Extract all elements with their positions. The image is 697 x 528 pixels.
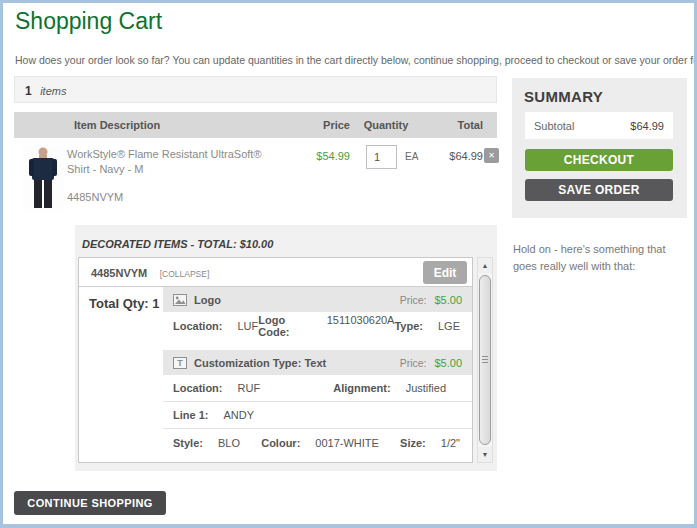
decoration-sku: 4485NVYM <box>91 267 147 279</box>
detail-pair: Location: LUF <box>173 320 258 332</box>
detail-value: LGE <box>438 320 460 332</box>
scrollbar-grip <box>482 356 488 364</box>
column-header-quantity: Quantity <box>363 112 409 138</box>
customization-detail-row: Location: RUF Alignment: Justified <box>163 375 472 402</box>
collapse-toggle[interactable]: [COLLAPSE] <box>160 269 210 279</box>
product-name-link[interactable]: WorkStyle® Flame Resistant UltraSoft® Sh… <box>67 147 279 177</box>
cart-table-header: Item Description Price Quantity Total <box>14 112 497 138</box>
decorated-items-title: DECORATED ITEMS - TOTAL: $10.00 <box>82 238 273 250</box>
logo-detail-row: Location: LUF Logo Code: 1511030620A Typ… <box>163 312 472 339</box>
page-title: Shopping Cart <box>15 8 162 35</box>
detail-value: LUF <box>238 320 259 332</box>
logo-panel-header: Logo Price: $5.00 <box>163 287 472 312</box>
detail-pair: Type: LGE <box>394 320 460 332</box>
decoration-panels: Logo Price: $5.00 Location: LUF Logo C <box>163 287 472 467</box>
summary-panel: SUMMARY Subtotal $64.99 CHECKOUT SAVE OR… <box>512 78 687 218</box>
detail-label: Type: <box>394 320 423 332</box>
logo-price-label: Price: <box>400 294 427 306</box>
items-count: 1 <box>25 84 32 98</box>
unit-of-measure: EA <box>405 151 418 162</box>
detail-label: Location: <box>173 320 223 332</box>
detail-label: Alignment: <box>333 382 390 394</box>
subtotal-label: Subtotal <box>534 120 574 132</box>
customization-detail-row: Style: BLO Colour: 0017-WHITE Size: 1/2" <box>163 429 472 456</box>
close-icon: ✕ <box>488 151 495 160</box>
shopping-cart-page: Shopping Cart How does your order look s… <box>0 0 697 528</box>
scroll-down-arrow[interactable]: ▼ <box>478 447 492 462</box>
image-icon <box>173 294 187 306</box>
upsell-text: Hold on - here's something that goes rea… <box>513 241 689 275</box>
subtotal-row: Subtotal $64.99 <box>525 112 673 139</box>
product-thumbnail[interactable] <box>22 145 64 211</box>
customization-price-label: Price: <box>400 357 427 369</box>
decorated-items-box: 4485NVYM [COLLAPSE] Edit Total Qty: 1 <box>78 257 473 463</box>
items-count-label: items <box>40 85 66 97</box>
text-tool-icon: T <box>173 357 187 369</box>
product-sku: 4485NVYM <box>67 191 123 203</box>
detail-value: 1511030620A <box>327 314 395 338</box>
remove-item-button[interactable]: ✕ <box>484 148 499 163</box>
summary-title: SUMMARY <box>524 88 603 105</box>
detail-label: Location: <box>173 382 223 394</box>
detail-pair: Size: 1/2" <box>400 437 460 449</box>
save-order-button[interactable]: SAVE ORDER <box>525 179 673 201</box>
edit-button[interactable]: Edit <box>423 261 467 284</box>
customization-price-value: $5.00 <box>434 357 462 369</box>
customization-panel-header: T Customization Type: Text Price: $5.00 <box>163 350 472 375</box>
column-header-item-description: Item Description <box>74 112 160 138</box>
decoration-body: Total Qty: 1 Logo Price <box>79 287 472 467</box>
column-header-price: Price <box>280 112 350 138</box>
items-count-bar: 1 items <box>14 76 497 103</box>
scroll-up-arrow[interactable]: ▲ <box>478 258 492 273</box>
detail-value: RUF <box>238 382 261 394</box>
total-qty: Total Qty: 1 <box>79 287 163 467</box>
detail-pair: Alignment: Justified <box>333 382 446 394</box>
detail-pair: Colour: 0017-WHITE <box>261 437 379 449</box>
cart-item-row: WorkStyle® Flame Resistant UltraSoft® Sh… <box>14 138 497 223</box>
page-subtitle: How does your order look so far? You can… <box>15 54 697 66</box>
detail-pair: Logo Code: 1511030620A <box>258 314 394 338</box>
detail-value: 1/2" <box>441 437 460 449</box>
total-qty-value: 1 <box>152 296 159 311</box>
detail-pair: Style: BLO <box>173 437 240 449</box>
decorated-items-section: DECORATED ITEMS - TOTAL: $10.00 4485NVYM… <box>75 225 497 471</box>
subtotal-value: $64.99 <box>630 120 664 132</box>
decorated-scrollbar[interactable]: ▲ ▼ <box>477 257 493 463</box>
quantity-input[interactable] <box>366 145 397 169</box>
detail-value: Justified <box>406 382 446 394</box>
decoration-group-header: 4485NVYM [COLLAPSE] Edit <box>79 258 472 287</box>
logo-panel: Logo Price: $5.00 Location: LUF Logo C <box>163 287 472 339</box>
detail-value: BLO <box>218 437 240 449</box>
scrollbar-thumb[interactable] <box>479 275 491 445</box>
column-header-total: Total <box>419 112 483 138</box>
detail-label: Size: <box>400 437 426 449</box>
customization-panel: T Customization Type: Text Price: $5.00 … <box>163 350 472 456</box>
product-price: $54.99 <box>280 150 350 162</box>
detail-pair: Line 1: ANDY <box>173 409 254 421</box>
checkout-button[interactable]: CHECKOUT <box>525 149 673 171</box>
total-qty-label: Total Qty: <box>89 296 149 311</box>
detail-value: 0017-WHITE <box>315 437 379 449</box>
detail-label: Logo Code: <box>258 314 311 338</box>
detail-label: Colour: <box>261 437 300 449</box>
continue-shopping-button[interactable]: CONTINUE SHOPPING <box>14 491 166 515</box>
logo-panel-title: Logo <box>194 294 221 306</box>
detail-pair: Location: RUF <box>173 382 260 394</box>
detail-value: ANDY <box>223 409 254 421</box>
line-total: $64.99 <box>419 150 483 162</box>
customization-detail-row: Line 1: ANDY <box>163 402 472 429</box>
detail-label: Line 1: <box>173 409 208 421</box>
detail-label: Style: <box>173 437 203 449</box>
logo-price-value: $5.00 <box>434 294 462 306</box>
customization-panel-title: Customization Type: Text <box>194 357 326 369</box>
